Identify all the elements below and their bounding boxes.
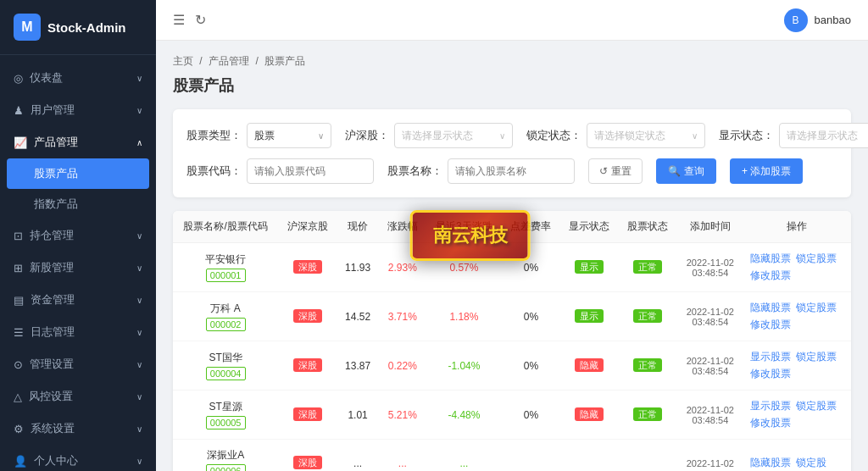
breadcrumb-product[interactable]: 产品管理 [209, 55, 249, 67]
cell-spread [502, 440, 560, 472]
sidebar-label-admin: 管理设置 [30, 357, 74, 372]
stock-name-text: ST国华 [180, 351, 271, 365]
cell-market: 深股 [278, 292, 337, 341]
cell-price: 11.93 [337, 243, 379, 292]
action-link[interactable]: 修改股票 [750, 416, 791, 430]
add-label: + 添加股票 [742, 164, 791, 179]
cell-spread: 0% [502, 292, 560, 341]
action-link[interactable]: 修改股票 [750, 318, 791, 332]
status-badge: 正常 [633, 309, 662, 323]
filter-lock-status: 锁定状态： 请选择锁定状态 ∨ [526, 123, 705, 148]
sidebar-item-admin-settings[interactable]: ⊙ 管理设置 ∨ [0, 348, 156, 380]
recent-value: 1.18% [449, 311, 478, 323]
action-link[interactable]: 锁定股票 [796, 301, 837, 315]
stock-name-text: ST星源 [180, 400, 271, 414]
table-row: ST星源000005深股1.015.21%-4.48%0%隐藏正常2022-11… [173, 391, 851, 440]
chevron-icon: ∨ [136, 328, 142, 337]
col-header-market: 沪深京股 [278, 211, 337, 243]
display-status-select[interactable]: 请选择显示状态 ∨ [779, 123, 868, 148]
action-link[interactable]: 锁定股票 [796, 399, 837, 413]
main-area: ☰ ↻ B banbao 主页 / 产品管理 / 股票产品 股票产品 股票类型：… [156, 0, 868, 471]
sidebar-item-dashboard[interactable]: ◎ 仪表盘 ∨ [0, 62, 156, 94]
sidebar-item-index-product[interactable]: 指数产品 [0, 189, 156, 219]
table-row: ST国华000004深股13.870.22%-1.04%0%隐藏正常2022-1… [173, 341, 851, 391]
sidebar-item-user-mgmt[interactable]: ♟ 用户管理 ∨ [0, 94, 156, 126]
cell-display: 显示 [560, 243, 619, 292]
action-link[interactable]: 显示股票 [750, 399, 791, 413]
cell-display: 隐藏 [560, 391, 619, 440]
cell-display: 显示 [560, 292, 619, 341]
action-cell: 隐藏股票锁定股票修改股票 [750, 252, 844, 283]
stock-name-text: 万科 A [180, 302, 271, 316]
sidebar-item-product-mgmt[interactable]: 📈 产品管理 ∧ [0, 126, 156, 158]
display-badge: 显示 [575, 309, 604, 323]
sidebar-item-log-mgmt[interactable]: ☰ 日志管理 ∨ [0, 316, 156, 348]
table-row: 平安银行000001深股11.932.93%0.57%0%显示正常2022-11… [173, 243, 851, 292]
col-header-actions: 操作 [743, 211, 851, 243]
username: banbao [815, 14, 851, 26]
change-value: 5.21% [388, 409, 417, 421]
cell-recent: 1.18% [426, 292, 502, 341]
filter-stock-code: 股票代码： [186, 158, 374, 184]
cell-spread: 0% [502, 243, 560, 292]
sidebar-item-risk-settings[interactable]: △ 风控设置 ∨ [0, 380, 156, 413]
cell-actions: 隐藏股票锁定股票修改股票 [743, 243, 851, 292]
status-badge: 正常 [633, 358, 662, 372]
sidebar-item-new-mgmt[interactable]: ⊞ 新股管理 ∨ [0, 252, 156, 284]
action-link[interactable]: 锁定股票 [796, 252, 837, 266]
select-chevron-icon: ∨ [318, 131, 324, 141]
chevron-icon: ∨ [136, 263, 142, 273]
action-cell: 显示股票锁定股票修改股票 [750, 350, 844, 381]
cell-status: 正常 [619, 292, 677, 341]
stock-name-input[interactable] [448, 158, 575, 184]
sidebar-item-fund-mgmt[interactable]: ▤ 资金管理 ∨ [0, 284, 156, 316]
action-link[interactable]: 隐藏股票 [750, 252, 791, 266]
cell-recent: 0.57% [426, 243, 502, 292]
cell-market: 深股 [278, 341, 337, 391]
chevron-up-icon: ∧ [136, 138, 142, 147]
breadcrumb-home[interactable]: 主页 [173, 55, 193, 67]
action-cell: 隐藏股票锁定股 [750, 456, 844, 470]
cell-recent: -1.04% [426, 341, 502, 391]
stock-type-select[interactable]: 股票 ∨ [247, 123, 331, 148]
action-link[interactable]: 显示股票 [750, 350, 791, 364]
stock-code-badge: 000001 [206, 269, 246, 282]
action-link[interactable]: 锁定股 [796, 456, 826, 470]
cell-name: 万科 A000002 [173, 292, 278, 341]
action-link[interactable]: 隐藏股票 [750, 301, 791, 315]
sidebar-item-hold-mgmt[interactable]: ⊡ 持仓管理 ∨ [0, 219, 156, 252]
topbar-left: ☰ ↻ [173, 12, 206, 28]
refresh-icon[interactable]: ↻ [195, 12, 206, 28]
topbar-right: B banbao [784, 8, 851, 32]
sidebar-item-sys-settings[interactable]: ⚙ 系统设置 ∨ [0, 413, 156, 445]
cell-actions: 隐藏股票锁定股票修改股票 [743, 292, 851, 341]
lock-status-select[interactable]: 请选择锁定状态 ∨ [587, 123, 705, 148]
filter-panel: 股票类型： 股票 ∨ 沪深股： 请选择显示状态 ∨ 锁定状态： [173, 109, 851, 197]
action-link[interactable]: 隐藏股票 [750, 456, 791, 470]
query-button[interactable]: 🔍 查询 [656, 158, 716, 184]
cell-change: 3.71% [379, 292, 426, 341]
action-link[interactable]: 修改股票 [750, 367, 791, 381]
action-link[interactable]: 锁定股票 [796, 350, 837, 364]
col-header-display: 显示状态 [560, 211, 619, 243]
cell-actions: 显示股票锁定股票修改股票 [743, 341, 851, 391]
market-tag: 深股 [293, 309, 322, 323]
cell-recent: ... [426, 440, 502, 472]
sidebar-item-personal[interactable]: 👤 个人中心 ∨ [0, 445, 156, 471]
stock-code-input[interactable] [247, 158, 374, 184]
menu-toggle-icon[interactable]: ☰ [173, 12, 185, 28]
sidebar-label-personal: 个人中心 [34, 453, 78, 468]
reset-button[interactable]: ↺ 重置 [588, 158, 643, 184]
status-badge: 正常 [633, 407, 662, 421]
action-link[interactable]: 修改股票 [750, 269, 791, 283]
chevron-icon: ∨ [136, 424, 142, 434]
select-chevron-icon: ∨ [692, 131, 698, 141]
change-value: ... [398, 457, 407, 469]
hu-shen-select[interactable]: 请选择显示状态 ∨ [394, 123, 513, 148]
add-stock-button[interactable]: + 添加股票 [730, 158, 803, 184]
stock-type-label: 股票类型： [186, 128, 242, 143]
sidebar-label-new: 新股管理 [30, 260, 74, 275]
refresh-small-icon: ↺ [599, 165, 608, 177]
table-panel: 股票名称/股票代码 沪深京股 现价 涨跌幅 最近3天涨跌 点差费率 显示状态 股… [173, 211, 851, 471]
sidebar-item-stock-product[interactable]: 股票产品 [7, 158, 149, 189]
